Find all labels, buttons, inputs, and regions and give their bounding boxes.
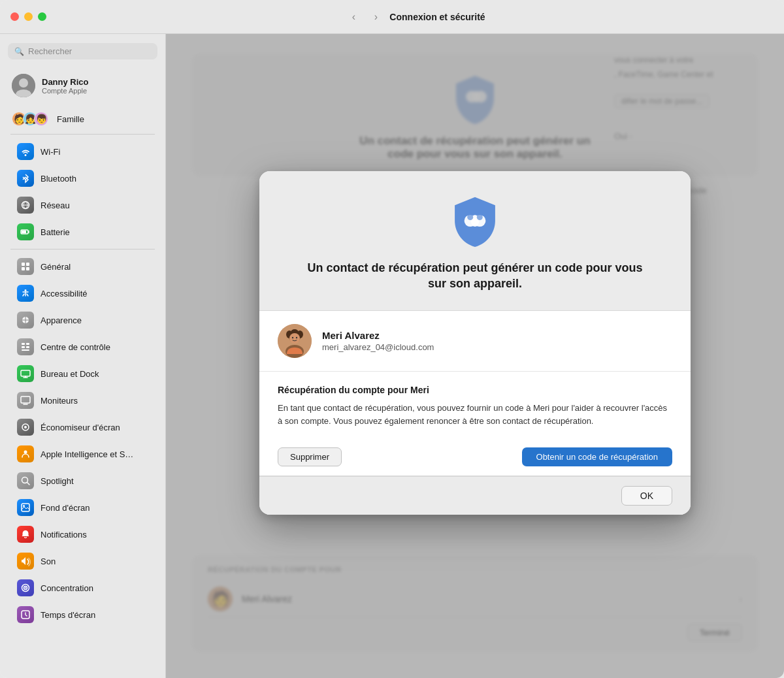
svg-point-29 <box>25 587 26 589</box>
svg-rect-7 <box>22 263 25 266</box>
battery-icon <box>17 223 34 240</box>
maximize-button[interactable] <box>38 12 46 21</box>
svg-point-26 <box>23 505 25 507</box>
ok-button[interactable]: OK <box>621 486 672 506</box>
desktop-icon <box>17 365 34 382</box>
sidebar-label-accessibility: Accessibilité <box>41 289 88 299</box>
contact-row: Meri Alvarez meri_alvarez_04@icloud.com <box>259 311 691 372</box>
profile-subtitle: Compte Apple <box>42 87 89 95</box>
sidebar-item-control-center[interactable]: Centre de contrôle <box>5 334 160 360</box>
modal-body-text: En tant que contact de récupération, vou… <box>278 402 672 428</box>
focus-icon <box>17 579 34 596</box>
get-recovery-code-button[interactable]: Obtenir un code de récupération <box>522 447 672 466</box>
svg-point-1 <box>19 78 28 88</box>
sidebar-label-screentime: Temps d'écran <box>41 610 95 620</box>
sidebar-label-appearance: Apparence <box>41 315 82 325</box>
sidebar-label-displays: Moniteurs <box>41 396 78 406</box>
family-avatars: 🧑 👧 👦 <box>12 112 45 126</box>
svg-rect-19 <box>21 396 30 403</box>
sidebar-item-wallpaper[interactable]: Fond d'écran <box>5 494 160 521</box>
sidebar-label-spotlight: Spotlight <box>41 476 74 486</box>
sidebar-item-general[interactable]: Général <box>5 253 160 280</box>
sidebar: 🔍 Rechercher Danny Rico <box>0 34 166 678</box>
forward-button[interactable]: › <box>367 8 384 25</box>
profile-item[interactable]: Danny Rico Compte Apple <box>5 69 160 103</box>
modal-backdrop: Un contact de récupération peut générer … <box>166 34 784 678</box>
sidebar-label-wallpaper: Fond d'écran <box>41 503 90 513</box>
sidebar-item-battery[interactable]: Batterie <box>5 219 160 245</box>
svg-rect-9 <box>22 267 25 270</box>
sidebar-item-focus[interactable]: Concentration <box>5 575 160 601</box>
svg-line-24 <box>27 483 30 485</box>
sound-icon <box>17 553 34 570</box>
content-area: 🔍 Rechercher Danny Rico <box>0 34 784 678</box>
apple-intelligence-icon <box>17 445 34 462</box>
sidebar-item-wifi[interactable]: Wi-Fi <box>5 138 160 165</box>
modal-buttons-row: Supprimer Obtenir un code de récupératio… <box>259 438 691 476</box>
sidebar-label-sound: Son <box>41 557 56 566</box>
sidebar-item-appearance[interactable]: Apparence <box>5 307 160 333</box>
sidebar-divider-2 <box>10 249 155 250</box>
back-button[interactable]: ‹ <box>345 8 362 25</box>
modal-title: Un contact de récupération peut générer … <box>299 260 651 292</box>
svg-rect-13 <box>22 343 25 345</box>
sidebar-item-sound[interactable]: Son <box>5 548 160 574</box>
sidebar-item-spotlight[interactable]: Spotlight <box>5 468 160 494</box>
family-label: Famille <box>57 114 84 124</box>
wallpaper-icon <box>17 499 34 516</box>
family-item[interactable]: 🧑 👧 👦 Famille <box>5 108 160 130</box>
search-placeholder: Rechercher <box>28 46 72 56</box>
minimize-button[interactable] <box>24 12 33 21</box>
svg-point-47 <box>296 336 297 338</box>
svg-rect-15 <box>22 346 25 348</box>
svg-point-22 <box>24 451 27 454</box>
profile-name: Danny Rico <box>42 77 89 87</box>
sidebar-item-notifications[interactable]: Notifications <box>5 521 160 547</box>
contact-name: Meri Alvarez <box>322 330 434 341</box>
svg-point-45 <box>289 333 300 344</box>
profile-section: Danny Rico Compte Apple <box>0 66 165 105</box>
svg-point-21 <box>24 426 27 428</box>
sidebar-item-screentime[interactable]: Temps d'écran <box>5 602 160 628</box>
title-bar: ‹ › Connexion et sécurité <box>0 0 784 34</box>
general-icon <box>17 258 34 275</box>
search-box[interactable]: 🔍 Rechercher <box>8 43 157 59</box>
accessibility-icon <box>17 285 34 302</box>
displays-icon <box>17 392 34 409</box>
sidebar-item-apple-intelligence[interactable]: Apple Intelligence et S… <box>5 441 160 467</box>
svg-point-46 <box>292 336 293 338</box>
svg-rect-8 <box>26 263 29 266</box>
profile-info: Danny Rico Compte Apple <box>42 77 89 95</box>
modal-top: Un contact de récupération peut générer … <box>259 171 691 311</box>
notifications-icon <box>17 526 34 543</box>
svg-point-38 <box>477 214 483 220</box>
sidebar-label-battery: Batterie <box>41 227 70 237</box>
modal-inner: Meri Alvarez meri_alvarez_04@icloud.com … <box>259 311 691 476</box>
page-title: Connexion et sécurité <box>389 12 485 22</box>
svg-rect-18 <box>21 370 30 376</box>
sidebar-item-accessibility[interactable]: Accessibilité <box>5 280 160 306</box>
modal-body: Récupération du compte pour Meri En tant… <box>259 372 691 438</box>
delete-button[interactable]: Supprimer <box>278 447 342 466</box>
modal-body-title: Récupération du compte pour Meri <box>278 385 672 395</box>
contact-info: Meri Alvarez meri_alvarez_04@icloud.com <box>322 330 434 352</box>
contact-avatar <box>278 324 312 358</box>
sidebar-item-network[interactable]: Réseau <box>5 192 160 218</box>
close-button[interactable] <box>10 12 19 21</box>
sidebar-label-general: Général <box>41 262 71 272</box>
svg-rect-25 <box>22 504 29 511</box>
spotlight-icon <box>17 472 34 489</box>
sidebar-label-control-center: Centre de contrôle <box>41 342 110 352</box>
svg-rect-17 <box>22 349 29 351</box>
network-icon <box>17 197 34 214</box>
sidebar-item-displays[interactable]: Moniteurs <box>5 387 160 413</box>
sidebar-label-notifications: Notifications <box>41 530 87 540</box>
sidebar-item-screensaver[interactable]: Économiseur d'écran <box>5 414 160 440</box>
svg-rect-6 <box>22 231 26 233</box>
contact-email: meri_alvarez_04@icloud.com <box>322 342 434 352</box>
sidebar-item-bluetooth[interactable]: Bluetooth <box>5 165 160 191</box>
sidebar-item-desktop[interactable]: Bureau et Dock <box>5 361 160 387</box>
appearance-icon <box>17 312 34 329</box>
svg-point-11 <box>25 289 27 291</box>
control-center-icon <box>17 338 34 355</box>
